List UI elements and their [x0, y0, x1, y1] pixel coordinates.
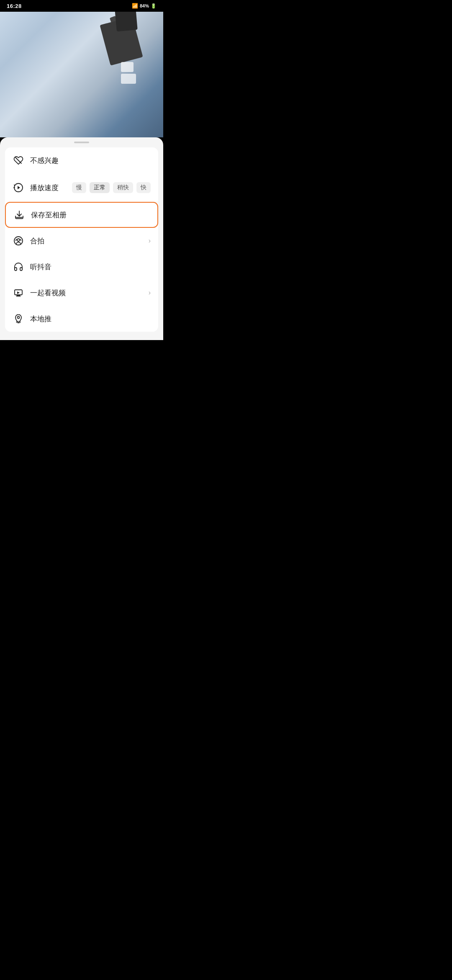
watch-together-label: 一起看视频 [30, 288, 149, 298]
download-icon [13, 209, 25, 221]
battery-text: 84% [140, 3, 149, 8]
menu-item-collab[interactable]: 合拍 › [5, 228, 158, 254]
bottom-sheet: 不感兴趣 播放速度 慢 正常 稍快 快 [0, 137, 163, 340]
not-interested-label: 不感兴趣 [30, 156, 151, 165]
speed-fast[interactable]: 快 [136, 182, 151, 193]
collab-label: 合拍 [30, 236, 149, 246]
menu-list: 不感兴趣 播放速度 慢 正常 稍快 快 [5, 147, 158, 332]
listen-douyin-label: 听抖音 [30, 262, 151, 272]
collab-icon [13, 235, 24, 247]
heart-broken-icon [13, 155, 24, 166]
menu-item-local-push[interactable]: 本地推 [5, 306, 158, 332]
status-time: 16:28 [7, 3, 22, 9]
menu-item-listen-douyin[interactable]: 听抖音 [5, 254, 158, 280]
svg-rect-6 [16, 217, 23, 218]
speed-controls: 慢 正常 稍快 快 [72, 182, 151, 193]
signal-icon: 📶 [132, 3, 138, 9]
sheet-handle-container [0, 137, 163, 146]
camera-shape [100, 16, 143, 65]
watch-together-chevron: › [149, 289, 151, 297]
svg-marker-10 [17, 291, 20, 294]
battery-icon: 🔋 [151, 3, 157, 9]
sticker-1 [121, 62, 134, 72]
save-to-album-label: 保存至相册 [31, 210, 150, 220]
menu-item-playback-speed[interactable]: 播放速度 慢 正常 稍快 快 [5, 173, 158, 202]
watch-together-icon [13, 287, 24, 299]
menu-item-watch-together[interactable]: 一起看视频 › [5, 280, 158, 306]
status-right: 📶 84% 🔋 [132, 3, 157, 9]
speed-slow[interactable]: 慢 [72, 182, 86, 193]
collab-chevron: › [149, 237, 151, 245]
video-preview [0, 12, 163, 137]
sheet-handle [74, 142, 89, 143]
location-icon [13, 313, 24, 325]
menu-item-not-interested[interactable]: 不感兴趣 [5, 147, 158, 173]
svg-marker-2 [18, 186, 20, 189]
speed-slightly-fast[interactable]: 稍快 [113, 182, 133, 193]
headphone-icon [13, 261, 24, 273]
play-speed-icon [13, 182, 24, 193]
status-bar: 16:28 📶 84% 🔋 [0, 0, 163, 12]
playback-speed-label: 播放速度 [30, 183, 68, 193]
speed-normal[interactable]: 正常 [90, 182, 110, 193]
video-stickers [121, 62, 136, 84]
svg-line-4 [14, 185, 15, 186]
sticker-2 [121, 74, 136, 84]
menu-item-save-to-album[interactable]: 保存至相册 [5, 202, 158, 228]
svg-point-13 [18, 317, 20, 319]
svg-point-7 [14, 237, 23, 245]
local-push-label: 本地推 [30, 314, 151, 324]
svg-point-8 [17, 239, 20, 241]
